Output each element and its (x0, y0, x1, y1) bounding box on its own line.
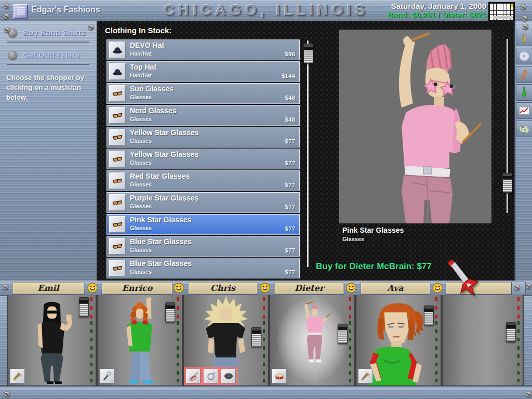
menu-lines-icon (17, 7, 25, 16)
cd-icon[interactable] (516, 48, 532, 64)
stock-item-row[interactable]: Purple Star Glasses Glasses $77 (107, 192, 300, 213)
meter-red-ticks (90, 297, 92, 321)
member-fader-handle[interactable] (251, 327, 261, 347)
member-fader-handle[interactable] (79, 297, 89, 317)
meter-green-ticks (177, 321, 179, 382)
members-area (7, 295, 524, 385)
musician-figure-dieter[interactable] (292, 300, 337, 367)
level-meter (177, 297, 179, 382)
item-category: Glasses (130, 181, 152, 188)
meter-green-ticks (435, 321, 437, 382)
bass-guitar-icon[interactable] (186, 369, 201, 383)
stock-item-row[interactable]: Blue Star Glasses Glasses $77 (107, 258, 300, 278)
calendar-icon[interactable] (488, 2, 515, 21)
meter-green-ticks (517, 321, 520, 382)
item-name: Top Hat (130, 63, 156, 71)
member-fader-handle[interactable] (506, 322, 516, 342)
meter-red-ticks (349, 297, 351, 321)
sidebar-button-get-outta-here[interactable]: Get Outta Here (8, 50, 97, 60)
meter-red-ticks (263, 297, 265, 321)
meter-red-ticks (517, 297, 520, 321)
item-price: $77 (285, 224, 296, 233)
location-title: CHICAGO, ILLINOIS (164, 2, 369, 19)
status-block: Saturday, January 1, 2000 Band: $6,281 /… (388, 2, 486, 19)
instrument-tiles (272, 369, 287, 383)
level-meter (349, 297, 351, 382)
money-text: Band: $6,281 / Dieter: $623 (388, 10, 486, 19)
mood-smiley-icon[interactable] (432, 282, 443, 294)
mood-smiley-icon[interactable] (87, 282, 98, 294)
mood-smiley-icon[interactable] (173, 282, 184, 294)
member-nameplate-emil: Emil (12, 282, 84, 294)
screw-icon (521, 4, 526, 10)
item-name: Blue Star Glasses (130, 259, 192, 268)
date-text: Saturday, January 1, 2000 (388, 2, 486, 10)
member-fader-handle[interactable] (424, 305, 434, 325)
preview-image (339, 30, 491, 223)
mood-smiley-icon[interactable] (345, 282, 357, 294)
screw-icon (4, 14, 9, 19)
meter-green-ticks (349, 321, 351, 382)
right-toolbar: i (514, 21, 532, 281)
musician-figure-enrico[interactable] (109, 296, 171, 384)
item-price: $77 (285, 159, 296, 167)
sidebar-button-buy-band-shirts[interactable]: Buy Band Shirts (8, 28, 97, 37)
item-price: $144 (282, 72, 295, 80)
chart-icon[interactable] (516, 102, 532, 119)
preview-caption-rule (339, 223, 339, 239)
member-fader-handle[interactable] (338, 324, 348, 343)
sidebar-separator (7, 64, 89, 65)
meter-red-ticks (177, 297, 179, 321)
meter-green-ticks (90, 321, 92, 382)
stock-item-row[interactable]: Red Star Glasses Glasses $77 (107, 170, 300, 191)
preview-slider-handle[interactable] (502, 173, 512, 193)
item-category: Glasses (130, 247, 152, 253)
item-category: Glasses (130, 138, 152, 144)
buy-button[interactable]: Buy for Dieter McBrain: $77 (316, 261, 432, 272)
item-name: Purple Star Glasses (130, 194, 198, 202)
music-note-icon[interactable] (516, 66, 532, 83)
stock-item-row[interactable]: Blue Star Glasses Glasses $77 (107, 236, 300, 257)
guitar-icon[interactable] (10, 369, 25, 383)
stock-item-row[interactable]: Yellow Star Glasses Glasses $77 (107, 149, 300, 169)
item-category: Glasses (130, 269, 152, 275)
stock-item-row[interactable]: DEVO Hat Hair/Hat $96 (107, 39, 300, 60)
meter-red-ticks (435, 297, 437, 321)
list-scrollbar-handle[interactable] (303, 44, 313, 63)
hat-icon (109, 42, 126, 58)
sidebar: Buy Band Shirts Get Outta Here Choose th… (0, 21, 98, 281)
drum-strap-icon[interactable] (204, 369, 218, 383)
menu-icon[interactable] (14, 4, 28, 19)
item-name: Yellow Star Glasses (130, 150, 198, 158)
item-price: $48 (285, 94, 296, 102)
drum-icon[interactable] (272, 369, 287, 383)
screw-icon (514, 285, 520, 290)
tie-icon[interactable] (516, 84, 532, 101)
stock-item-row[interactable]: Nerd Glasses Glasses $48 (107, 105, 300, 126)
member-nameplate-empty (446, 282, 511, 294)
list-scrollbar-track[interactable] (307, 41, 309, 267)
guitar-icon[interactable] (358, 369, 373, 383)
item-price: $77 (285, 203, 296, 211)
musician-figure-emil[interactable] (21, 296, 83, 384)
info-icon[interactable]: i (516, 30, 532, 46)
screw-icon (523, 24, 528, 30)
stock-item-row[interactable]: Yellow Star Glasses Glasses $77 (107, 127, 300, 148)
stock-item-row[interactable]: Sun Glasses Glasses $48 (107, 83, 300, 104)
item-price: $77 (285, 268, 296, 276)
item-price: $77 (285, 137, 296, 145)
cymbal-icon[interactable] (221, 369, 236, 383)
money-icon[interactable] (516, 121, 532, 137)
stock-item-row[interactable]: Top Hat Hair/Hat $144 (107, 61, 300, 82)
mood-smiley-icon[interactable] (259, 282, 271, 294)
item-name: Pink Star Glasses (130, 216, 191, 224)
stock-item-row[interactable]: Pink Star Glasses Glasses $77 (107, 214, 300, 235)
item-category: Hair/Hat (130, 72, 152, 78)
member-fader-handle[interactable] (165, 302, 175, 322)
item-price: $48 (285, 115, 296, 124)
item-price: $77 (285, 181, 296, 189)
microphone-icon[interactable] (100, 369, 114, 383)
item-name: Blue Star Glasses (130, 237, 192, 246)
item-price: $77 (285, 246, 296, 255)
screw-icon (522, 16, 528, 21)
